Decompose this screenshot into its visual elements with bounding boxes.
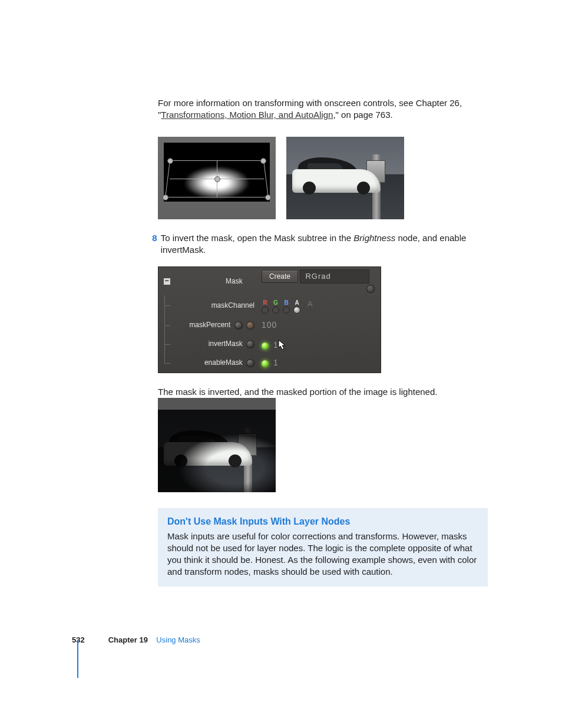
step-number: 8 (147, 232, 161, 256)
enablemask-toggle[interactable] (262, 360, 269, 367)
chapter-label: Chapter 19 (108, 635, 148, 644)
cursor-icon (278, 340, 286, 353)
step-italic: Brightness (353, 233, 395, 243)
page-footer: 532 Chapter 19 Using Masks (72, 635, 200, 645)
label-maskchannel: maskChannel (211, 301, 254, 309)
clock-icon[interactable] (246, 340, 254, 348)
tree-collapse-icon[interactable]: − (164, 278, 170, 285)
intro-line1: For more information on transforming wit… (158, 98, 462, 108)
svg-marker-0 (279, 340, 285, 350)
channel-a-value: A (308, 300, 313, 308)
channel-a: A (295, 300, 299, 306)
clock-icon[interactable] (246, 359, 254, 367)
chapter-title: Using Masks (156, 635, 200, 644)
figure-result-preview-1 (286, 137, 404, 219)
label-maskpercent: maskPercent (189, 321, 230, 329)
label-invertmask: invertMask (209, 340, 243, 348)
channel-r: R (263, 300, 267, 306)
step-t1: To invert the mask, open the Mask subtre… (161, 233, 354, 243)
mask-parameters-panel: − Mask Create RGrad maskChannel R G B A (158, 266, 381, 373)
figure-onscreen-controls (158, 137, 276, 219)
clock-icon[interactable] (234, 321, 243, 330)
intro-tail: ," on page 763. (333, 110, 392, 120)
note-box: Don't Use Mask Inputs With Layer Nodes M… (158, 508, 488, 587)
after-panel-text: The mask is inverted, and the masked por… (158, 386, 488, 398)
channel-b: B (284, 300, 288, 306)
channel-g: G (273, 300, 278, 306)
figure-result-preview-2 (158, 398, 276, 492)
step-text: To invert the mask, open the Mask subtre… (161, 232, 488, 256)
footer-rule (77, 640, 78, 678)
mask-node-field[interactable]: RGrad (300, 269, 369, 284)
output-knob-icon[interactable] (366, 285, 375, 293)
intro-paragraph: For more information on transforming wit… (158, 97, 488, 121)
maskpercent-value[interactable]: 100 (262, 320, 277, 330)
enablemask-value: 1 (273, 358, 279, 367)
note-title: Don't Use Mask Inputs With Layer Nodes (167, 515, 478, 528)
label-mask: Mask (226, 277, 243, 285)
invertmask-toggle[interactable] (262, 342, 269, 350)
channel-selector[interactable]: R G B A A (262, 299, 313, 314)
xref-link[interactable]: Transformations, Motion Blur, and AutoAl… (161, 110, 333, 120)
note-body: Mask inputs are useful for color correct… (167, 531, 478, 578)
label-enablemask: enableMask (204, 358, 243, 367)
auto-icon[interactable] (246, 321, 254, 330)
create-button[interactable]: Create (262, 270, 298, 283)
